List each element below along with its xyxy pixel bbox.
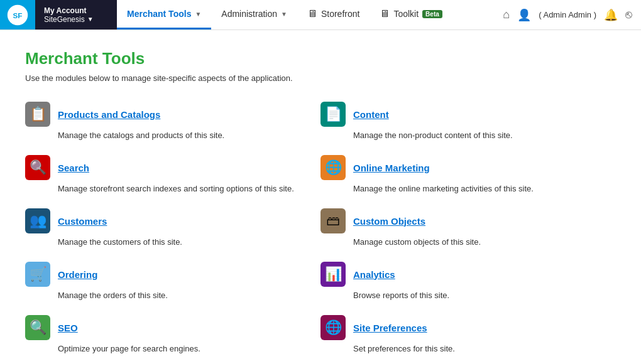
module-header-seo: 🔍 SEO — [25, 315, 295, 340]
module-header-custom-objects: 🗃 Custom Objects — [320, 208, 591, 233]
module-desc-analytics: Browse reports of this site. — [353, 291, 591, 300]
module-icon-site-preferences: 🌐 — [320, 315, 346, 340]
module-icon-products-catalogs: 📋 — [25, 102, 50, 127]
main-content: Merchant Tools Use the modules below to … — [0, 30, 641, 364]
page-title: Merchant Tools — [25, 49, 616, 68]
module-link-ordering[interactable]: Ordering — [58, 269, 97, 280]
module-header-analytics: 📊 Analytics — [320, 262, 591, 287]
module-item-ordering: 🛒 Ordering Manage the orders of this sit… — [25, 262, 320, 315]
module-item-online-marketing: 🌐 Online Marketing Manage the online mar… — [320, 155, 616, 208]
module-link-content[interactable]: Content — [353, 109, 389, 120]
module-desc-content: Manage the non-product content of this s… — [353, 131, 591, 140]
module-desc-custom-objects: Manage custom objects of this site. — [353, 237, 591, 247]
site-genesis-label[interactable]: SiteGenesis ▼ — [44, 15, 108, 24]
module-header-customers: 👥 Customers — [25, 208, 295, 233]
module-item-products-catalogs: 📋 Products and Catalogs Manage the catal… — [25, 102, 320, 155]
module-icon-search: 🔍 — [25, 155, 50, 180]
nav-administration[interactable]: Administration ▼ — [211, 0, 297, 29]
module-desc-online-marketing: Manage the online marketing activities o… — [353, 184, 591, 193]
module-link-online-marketing[interactable]: Online Marketing — [353, 163, 430, 173]
administration-arrow: ▼ — [281, 11, 287, 18]
module-header-online-marketing: 🌐 Online Marketing — [320, 155, 591, 180]
module-item-custom-objects: 🗃 Custom Objects Manage custom objects o… — [320, 208, 616, 262]
module-desc-products-catalogs: Manage the catalogs and products of this… — [58, 131, 295, 140]
notifications-icon[interactable]: 🔔 — [604, 8, 618, 22]
svg-text:SF: SF — [13, 11, 23, 19]
merchant-tools-arrow: ▼ — [195, 11, 201, 18]
module-icon-content: 📄 — [320, 102, 346, 127]
module-icon-custom-objects: 🗃 — [320, 208, 346, 233]
module-desc-seo: Optimize your page for search engines. — [58, 344, 295, 353]
module-item-customers: 👥 Customers Manage the customers of this… — [25, 208, 320, 262]
modules-grid: 📋 Products and Catalogs Manage the catal… — [25, 102, 616, 364]
signout-icon[interactable]: ⎋ — [625, 8, 632, 21]
module-link-customers[interactable]: Customers — [58, 216, 107, 227]
my-account-label: My Account — [44, 6, 108, 15]
module-icon-customers: 👥 — [25, 208, 50, 233]
module-header-search: 🔍 Search — [25, 155, 295, 180]
salesforce-logo[interactable]: SF — [0, 0, 35, 29]
module-header-products-catalogs: 📋 Products and Catalogs — [25, 102, 295, 127]
module-link-site-preferences[interactable]: Site Preferences — [353, 323, 427, 333]
module-link-analytics[interactable]: Analytics — [353, 269, 395, 280]
module-icon-seo: 🔍 — [25, 315, 50, 340]
page-subtitle: Use the modules below to manage site-spe… — [25, 73, 616, 83]
nav-items: Merchant Tools ▼ Administration ▼ 🖥 Stor… — [117, 0, 494, 29]
site-genesis-arrow: ▼ — [87, 16, 94, 23]
module-header-content: 📄 Content — [320, 102, 591, 127]
module-header-ordering: 🛒 Ordering — [25, 262, 295, 287]
module-icon-ordering: 🛒 — [25, 262, 50, 287]
toolkit-badge: Beta — [422, 10, 442, 18]
nav-right: ⌂ 👤 ( Admin Admin ) 🔔 ⎋ — [494, 0, 641, 29]
top-navigation: SF My Account SiteGenesis ▼ Merchant Too… — [0, 0, 641, 30]
module-link-seo[interactable]: SEO — [58, 323, 78, 333]
module-icon-online-marketing: 🌐 — [320, 155, 346, 180]
module-desc-ordering: Manage the orders of this site. — [58, 291, 295, 300]
module-item-seo: 🔍 SEO Optimize your page for search engi… — [25, 315, 320, 364]
user-icon[interactable]: 👤 — [517, 8, 531, 22]
module-link-custom-objects[interactable]: Custom Objects — [353, 216, 425, 227]
nav-storefront[interactable]: 🖥 Storefront — [297, 0, 370, 29]
module-desc-search: Manage storefront search indexes and sor… — [58, 184, 295, 193]
storefront-icon: 🖥 — [307, 8, 317, 19]
nav-merchant-tools[interactable]: Merchant Tools ▼ — [117, 0, 211, 29]
module-item-site-preferences: 🌐 Site Preferences Set preferences for t… — [320, 315, 616, 364]
module-item-content: 📄 Content Manage the non-product content… — [320, 102, 616, 155]
user-label: ( Admin Admin ) — [539, 10, 596, 19]
module-item-search: 🔍 Search Manage storefront search indexe… — [25, 155, 320, 208]
module-link-products-catalogs[interactable]: Products and Catalogs — [58, 109, 160, 120]
toolkit-icon: 🖥 — [380, 8, 390, 19]
module-desc-customers: Manage the customers of this site. — [58, 237, 295, 247]
module-desc-site-preferences: Set preferences for this site. — [353, 344, 591, 353]
account-section[interactable]: My Account SiteGenesis ▼ — [35, 0, 117, 29]
module-link-search[interactable]: Search — [58, 163, 89, 173]
home-icon[interactable]: ⌂ — [503, 8, 510, 21]
module-item-analytics: 📊 Analytics Browse reports of this site. — [320, 262, 616, 315]
module-header-site-preferences: 🌐 Site Preferences — [320, 315, 591, 340]
nav-toolkit[interactable]: 🖥 Toolkit Beta — [370, 0, 452, 29]
module-icon-analytics: 📊 — [320, 262, 346, 287]
